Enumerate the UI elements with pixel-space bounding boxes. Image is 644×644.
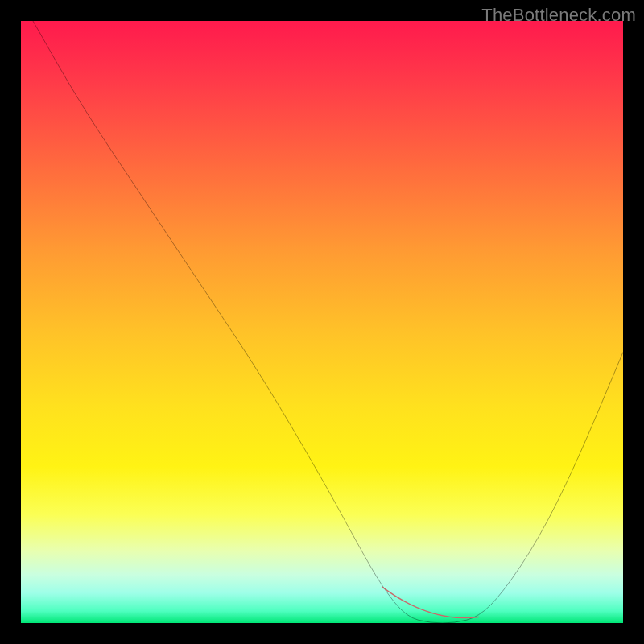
chart-frame: TheBottleneck.com: [0, 0, 644, 644]
highlight-segment: [382, 587, 479, 617]
bottleneck-curve: [33, 21, 623, 623]
watermark-text: TheBottleneck.com: [481, 5, 636, 26]
plot-area: [21, 21, 623, 623]
curve-layer: [21, 21, 623, 623]
